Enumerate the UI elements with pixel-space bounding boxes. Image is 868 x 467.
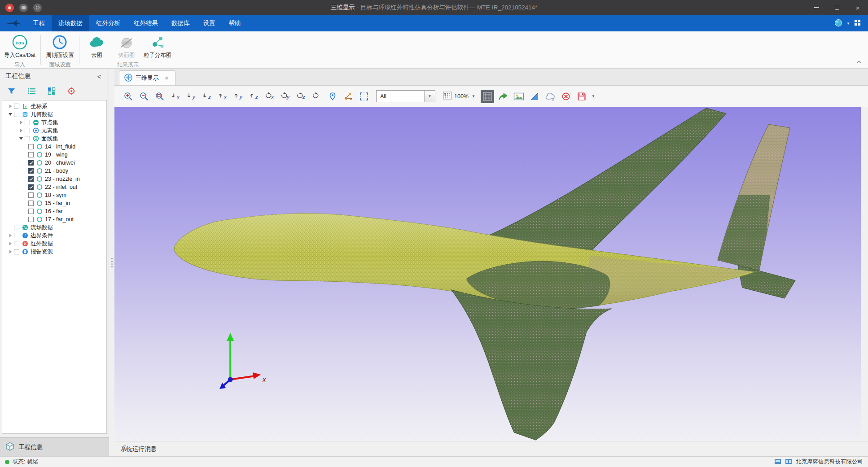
ribbon-collapse-chevron-icon[interactable] bbox=[856, 58, 862, 65]
panel-collapse-button[interactable]: < bbox=[95, 73, 103, 80]
minimize-button[interactable] bbox=[806, 0, 827, 15]
tree-checkbox[interactable] bbox=[28, 152, 34, 157]
project-info-tab-button[interactable]: 工程信息 bbox=[0, 437, 109, 456]
tree-checkbox[interactable] bbox=[14, 225, 19, 230]
tree-item[interactable]: 报告资源 bbox=[2, 248, 106, 256]
menu-tab-ir-results[interactable]: 红外结果 bbox=[127, 15, 165, 31]
grid-toggle-icon[interactable] bbox=[481, 90, 494, 103]
tree-checkbox[interactable] bbox=[14, 233, 19, 238]
particles-icon[interactable] bbox=[342, 90, 355, 103]
tree-item[interactable]: 23 - nozzle_in bbox=[2, 175, 106, 183]
tree-checkbox[interactable] bbox=[14, 241, 19, 246]
maximize-button[interactable] bbox=[827, 0, 847, 15]
view-y-up-icon[interactable]: y bbox=[232, 90, 245, 103]
view-x-down-icon[interactable]: x bbox=[169, 90, 182, 103]
rotate-x-icon[interactable]: x bbox=[263, 90, 276, 103]
tree-expand-arrow-icon[interactable] bbox=[18, 129, 25, 132]
menu-tab-ir-analysis[interactable]: 红外分析 bbox=[89, 15, 127, 31]
tree-expand-arrow-icon[interactable] bbox=[18, 121, 25, 124]
pixel-scale-control[interactable]: 100%▼ bbox=[443, 92, 476, 101]
tree-expand-arrow-icon[interactable] bbox=[7, 242, 14, 245]
list-view-icon[interactable] bbox=[27, 87, 36, 96]
tree-item[interactable]: 节点集 bbox=[2, 118, 106, 127]
display-filter-select[interactable]: All▼ bbox=[376, 90, 435, 102]
tree-checkbox[interactable] bbox=[28, 160, 34, 166]
view-y-down-icon[interactable]: y bbox=[184, 90, 198, 103]
tree-item[interactable]: 17 - far_out bbox=[2, 215, 106, 223]
menu-tab-settings[interactable]: 设置 bbox=[197, 15, 222, 31]
tree-checkbox[interactable] bbox=[28, 168, 34, 174]
tree-item[interactable]: 16 - far bbox=[2, 207, 106, 215]
periodic-face-button[interactable]: 周期面设置 bbox=[44, 33, 76, 59]
tree-item[interactable]: 几何数据 bbox=[2, 110, 106, 118]
tree-expand-arrow-icon[interactable] bbox=[7, 105, 14, 108]
viewport-3d[interactable]: x bbox=[114, 107, 861, 441]
zoom-fit-icon[interactable] bbox=[153, 90, 167, 103]
tab-close-icon[interactable]: × bbox=[165, 74, 168, 82]
split-window-icon[interactable] bbox=[785, 458, 792, 466]
tree-checkbox[interactable] bbox=[28, 217, 34, 222]
rotate-free-icon[interactable] bbox=[310, 90, 324, 103]
record-button[interactable] bbox=[5, 4, 14, 12]
view-z-down-icon[interactable]: z bbox=[200, 90, 214, 103]
window-layout-icon[interactable] bbox=[854, 19, 861, 27]
tree-checkbox[interactable] bbox=[28, 192, 34, 198]
tree-checkbox[interactable] bbox=[28, 209, 34, 214]
mirror-icon[interactable] bbox=[528, 90, 541, 103]
doc-tab-3d-view[interactable]: 三维显示 × bbox=[119, 70, 175, 85]
tree-item[interactable]: 14 - int_fluid bbox=[2, 143, 106, 151]
tree-checkbox[interactable] bbox=[28, 176, 34, 182]
view-x-up-icon[interactable]: x bbox=[216, 90, 229, 103]
cloud-map-button[interactable]: 云图 bbox=[82, 33, 112, 59]
delete-icon[interactable] bbox=[559, 90, 573, 103]
zoom-out-icon[interactable] bbox=[137, 90, 151, 103]
filter-funnel-icon[interactable] bbox=[7, 87, 16, 96]
zoom-dropdown-caret-icon[interactable]: ▼ bbox=[471, 94, 476, 98]
tree-expand-arrow-icon[interactable] bbox=[7, 113, 14, 116]
export-arrow-icon[interactable] bbox=[496, 90, 510, 103]
tree-item[interactable]: 红外数据 bbox=[2, 240, 106, 248]
tree-checkbox[interactable] bbox=[28, 201, 34, 206]
tool-button[interactable] bbox=[33, 4, 42, 12]
tree-item[interactable]: x坐标系 bbox=[2, 102, 106, 110]
tree-checkbox[interactable] bbox=[28, 144, 34, 149]
rotate-z-icon[interactable]: z bbox=[294, 90, 308, 103]
tree-checkbox[interactable] bbox=[25, 136, 30, 141]
tree-checkbox[interactable] bbox=[14, 104, 19, 109]
menu-tab-flow-data[interactable]: 流场数据 bbox=[52, 15, 89, 31]
rotate-y-icon[interactable]: y bbox=[279, 90, 292, 103]
save-dropdown-caret[interactable]: ▼ bbox=[591, 94, 596, 98]
panel-splitter[interactable] bbox=[109, 69, 114, 456]
section-map-button[interactable]: 切面图 bbox=[112, 33, 141, 59]
tree-item[interactable]: 面线集 bbox=[2, 135, 106, 143]
close-button[interactable]: × bbox=[847, 0, 868, 15]
tree-item[interactable]: 18 - sym bbox=[2, 191, 106, 199]
menu-tab-help[interactable]: 帮助 bbox=[222, 15, 248, 31]
capture-button[interactable] bbox=[19, 4, 28, 12]
tree-expand-arrow-icon[interactable] bbox=[7, 234, 14, 237]
monitor-icon[interactable] bbox=[774, 458, 781, 466]
box-select-icon[interactable] bbox=[357, 90, 371, 103]
grid-view-icon[interactable] bbox=[48, 87, 56, 96]
menu-tab-project[interactable]: 工程 bbox=[26, 15, 52, 31]
combo-dropdown-button[interactable]: ▼ bbox=[424, 91, 435, 102]
tree-expand-arrow-icon[interactable] bbox=[18, 137, 25, 140]
tree-item[interactable]: 流场数据 bbox=[2, 223, 106, 231]
target-icon[interactable] bbox=[67, 87, 75, 96]
locate-pin-icon[interactable] bbox=[326, 90, 339, 103]
import-cas-dat-button[interactable]: cas 导入Cas/Dat bbox=[2, 33, 38, 59]
tree-expand-arrow-icon[interactable] bbox=[7, 250, 14, 253]
tree-item[interactable]: 22 - inlet_out bbox=[2, 183, 106, 191]
tree-item[interactable]: 元素集 bbox=[2, 127, 106, 135]
zoom-in-icon[interactable] bbox=[122, 90, 135, 103]
save-icon[interactable] bbox=[575, 90, 588, 103]
tree-checkbox[interactable] bbox=[25, 120, 30, 125]
menu-dropdown-caret-icon[interactable]: ▼ bbox=[846, 22, 850, 26]
tree-checkbox[interactable] bbox=[14, 249, 19, 254]
view-z-up-icon[interactable]: z bbox=[247, 90, 261, 103]
user-sphere-icon[interactable] bbox=[834, 19, 842, 28]
tree-checkbox[interactable] bbox=[28, 184, 34, 190]
tree-item[interactable]: f边界条件 bbox=[2, 231, 106, 240]
tree-item[interactable]: 15 - far_in bbox=[2, 199, 106, 207]
menu-tab-database[interactable]: 数据库 bbox=[165, 15, 197, 31]
